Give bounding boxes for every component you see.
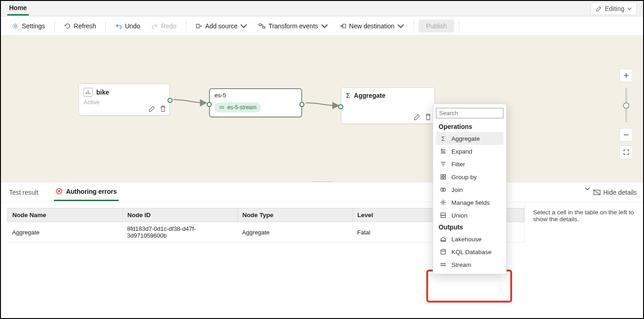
svg-point-17	[441, 250, 445, 251]
zoom-slider[interactable]	[625, 88, 627, 122]
highlight-box	[426, 270, 512, 303]
stream-icon	[219, 105, 225, 110]
fit-view-button[interactable]	[619, 145, 633, 159]
cell-node-type[interactable]: Aggregate	[238, 222, 353, 243]
node-aggregate[interactable]: Σ Aggregate	[341, 87, 435, 124]
database-icon	[440, 248, 447, 255]
zoom-in-button[interactable]	[619, 69, 633, 82]
menu-item-aggregate[interactable]: Σ Aggregate	[436, 132, 503, 145]
menu-item-filter[interactable]: Filter	[436, 158, 503, 170]
node-aggregate-title: Aggregate	[354, 92, 385, 99]
node-es5-stream-chip[interactable]: es-5-stream	[215, 102, 261, 112]
chart-icon	[84, 88, 93, 97]
menu-item-join[interactable]: Join	[436, 183, 503, 196]
operations-header: Operations	[436, 121, 503, 132]
undo-icon	[115, 22, 122, 30]
group-icon	[440, 173, 447, 181]
input-port[interactable]	[207, 102, 212, 107]
node-es5[interactable]: es-5 es-5-stream	[209, 88, 302, 117]
chevron-down-icon	[627, 6, 632, 11]
fields-icon	[440, 199, 447, 206]
settings-button[interactable]: Settings	[7, 20, 50, 32]
cell-node-name[interactable]: Aggregate	[8, 222, 123, 243]
edit-icon[interactable]	[414, 113, 421, 121]
node-bike-title: bike	[96, 89, 109, 96]
zoom-handle[interactable]	[623, 102, 629, 109]
canvas[interactable]: bike Active es-5 es-5-stream Σ Aggregate	[1, 36, 643, 182]
edit-icon[interactable]	[148, 105, 156, 112]
transform-menu: Operations Σ Aggregate Expand Filter Gro…	[433, 104, 507, 274]
stream-icon	[440, 261, 447, 268]
error-icon	[56, 188, 64, 195]
delete-icon[interactable]	[159, 105, 167, 112]
transform-icon	[258, 22, 266, 30]
svg-rect-1	[196, 24, 199, 28]
pencil-icon	[596, 5, 602, 12]
details-placeholder: Select a cell in the table on the left t…	[524, 202, 643, 243]
toolbar: Settings Refresh Undo Redo Add source Tr…	[1, 16, 643, 36]
tab-home[interactable]: Home	[7, 1, 29, 16]
tab-test-result[interactable]: Test result	[7, 184, 40, 201]
new-destination-button[interactable]: New destination	[335, 20, 409, 32]
editing-mode-dropdown[interactable]: Editing	[591, 2, 637, 15]
svg-rect-15	[441, 213, 445, 215]
lakehouse-icon	[440, 235, 447, 243]
chevron-down-icon	[584, 186, 591, 192]
svg-rect-11	[444, 177, 445, 179]
transform-events-button[interactable]: Transform events	[254, 20, 332, 32]
chevron-down-icon	[397, 22, 404, 30]
node-bike[interactable]: bike Active	[79, 84, 170, 116]
svg-rect-2	[259, 24, 262, 26]
svg-rect-16	[441, 215, 445, 218]
delete-icon[interactable]	[424, 113, 432, 121]
svg-point-0	[15, 25, 17, 27]
menu-item-kql-database[interactable]: KQL Database	[436, 245, 503, 258]
chevron-down-icon	[240, 22, 247, 30]
svg-rect-4	[343, 24, 346, 28]
menu-item-group-by[interactable]: Group by	[436, 170, 503, 183]
menu-item-manage-fields[interactable]: Manage fields	[436, 196, 503, 209]
svg-rect-3	[263, 26, 265, 28]
expand-icon	[440, 148, 447, 155]
output-port[interactable]	[168, 98, 173, 103]
zoom-out-button[interactable]	[619, 128, 633, 142]
outputs-header: Outputs	[436, 222, 503, 233]
search-input[interactable]	[436, 108, 503, 118]
union-icon	[440, 212, 447, 219]
output-port[interactable]	[299, 102, 304, 107]
chevron-down-icon	[321, 22, 328, 30]
add-source-icon	[195, 22, 203, 30]
gear-icon	[12, 22, 19, 30]
svg-rect-8	[441, 175, 443, 176]
mode-label: Editing	[605, 5, 624, 12]
destination-icon	[339, 22, 346, 30]
node-es5-title: es-5	[215, 92, 226, 99]
refresh-button[interactable]: Refresh	[59, 20, 101, 32]
col-node-type[interactable]: Node Type	[238, 208, 353, 222]
menu-item-stream[interactable]: Stream	[436, 258, 503, 271]
undo-button[interactable]: Undo	[110, 20, 145, 32]
svg-rect-10	[441, 177, 443, 179]
menu-item-expand[interactable]: Expand	[436, 145, 503, 158]
col-node-id[interactable]: Node ID	[123, 208, 238, 222]
cell-node-id[interactable]: 8fd183d7-0d1c-df38-d47f-3d971059600b	[123, 222, 238, 243]
filter-icon	[440, 160, 447, 168]
col-node-name[interactable]: Node Name	[8, 208, 123, 222]
sigma-icon: Σ	[440, 135, 447, 142]
redo-icon	[151, 22, 158, 30]
add-source-button[interactable]: Add source	[191, 20, 252, 32]
refresh-icon	[64, 22, 71, 30]
svg-rect-9	[444, 175, 445, 176]
join-icon	[440, 186, 447, 193]
sigma-icon: Σ	[346, 91, 350, 99]
input-port[interactable]	[338, 104, 343, 109]
menu-item-lakehouse[interactable]: Lakehouse	[436, 233, 503, 245]
panel-resize-handle[interactable]	[312, 181, 332, 182]
hide-details-button[interactable]: Hide details	[584, 189, 637, 196]
publish-button: Publish	[419, 20, 454, 32]
svg-point-14	[442, 202, 444, 203]
menu-item-union[interactable]: Union	[436, 209, 503, 222]
tab-authoring-errors[interactable]: Authoring errors	[54, 183, 119, 201]
collapse-icon	[593, 190, 601, 195]
redo-button: Redo	[147, 20, 181, 32]
